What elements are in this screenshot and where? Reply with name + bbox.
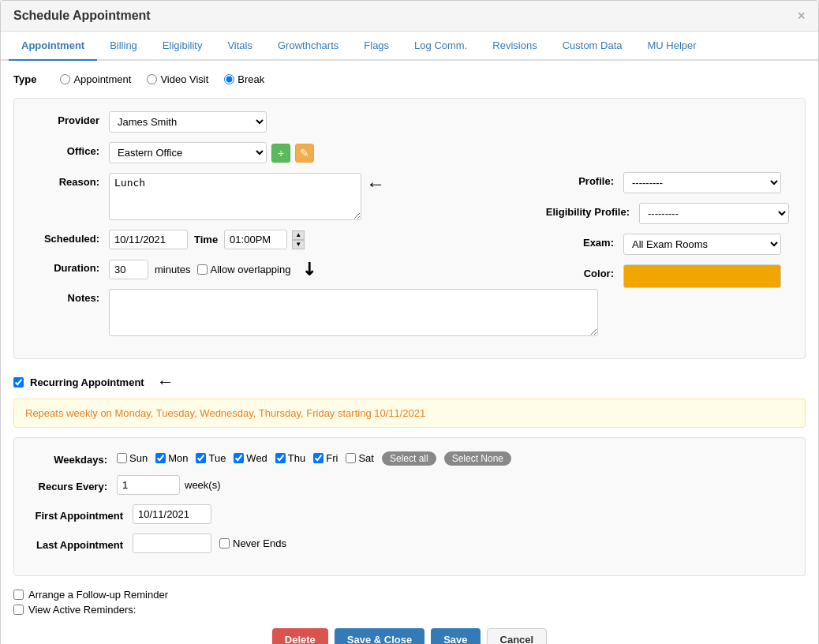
weekday-tue-checkbox[interactable] xyxy=(196,453,206,463)
scheduled-date-input[interactable] xyxy=(109,230,188,249)
type-video-visit-label: Video Visit xyxy=(160,73,208,85)
scheduled-label: Scheduled: xyxy=(30,230,109,245)
tab-flags[interactable]: Flags xyxy=(351,32,402,61)
add-office-button[interactable]: + xyxy=(271,144,290,163)
duration-input[interactable] xyxy=(109,260,148,279)
provider-label: Provider xyxy=(30,111,109,126)
never-ends-checkbox[interactable] xyxy=(219,538,230,549)
exam-row: Exam: All Exam Rooms xyxy=(537,234,789,255)
active-reminders-option[interactable]: View Active Reminders: xyxy=(13,604,806,616)
recurring-header: Recurring Appointment ← xyxy=(13,372,806,392)
provider-field-group: James Smith xyxy=(109,111,267,133)
save-close-button[interactable]: Save & Close xyxy=(335,628,424,644)
cancel-button[interactable]: Cancel xyxy=(487,628,548,644)
type-appointment-option[interactable]: Appointment xyxy=(60,73,131,85)
tab-log-comm[interactable]: Log Comm. xyxy=(402,32,480,61)
notes-label: Notes: xyxy=(30,289,109,304)
recurs-every-input[interactable] xyxy=(117,475,180,495)
tab-billing[interactable]: Billing xyxy=(97,32,150,61)
reason-arrow-icon: ← xyxy=(366,173,385,195)
eligibility-profile-row: Eligibility Profile: --------- xyxy=(537,203,789,224)
weekday-sun[interactable]: Sun xyxy=(117,452,148,464)
time-down-button[interactable]: ▼ xyxy=(292,240,305,249)
weekday-sat[interactable]: Sat xyxy=(346,452,374,464)
weekday-sat-checkbox[interactable] xyxy=(346,453,356,463)
weekday-fri[interactable]: Fri xyxy=(313,452,338,464)
schedule-appointment-dialog: Schedule Appointment × Appointment Billi… xyxy=(0,0,819,644)
close-button[interactable]: × xyxy=(797,9,806,23)
recurring-info-text: Repeats weekly on Monday, Tuesday, Wedne… xyxy=(13,399,806,428)
profile-select[interactable]: --------- xyxy=(623,172,781,193)
weekday-fri-checkbox[interactable] xyxy=(313,453,323,463)
time-label: Time xyxy=(194,234,218,245)
follow-up-checkbox[interactable] xyxy=(13,590,24,600)
never-ends-label: Never Ends xyxy=(233,537,286,549)
active-reminders-checkbox[interactable] xyxy=(13,605,24,615)
weekday-mon[interactable]: Mon xyxy=(155,452,188,464)
tab-vitals[interactable]: Vitals xyxy=(215,32,265,61)
eligibility-profile-select[interactable]: --------- xyxy=(639,203,789,224)
main-form-section: Provider James Smith Office: Eastern O xyxy=(13,98,806,359)
duration-field-group: minutes Allow overlapping ↙ xyxy=(109,259,316,279)
dialog-header: Schedule Appointment × xyxy=(1,1,818,32)
exam-select[interactable]: All Exam Rooms xyxy=(623,234,781,255)
type-appointment-radio[interactable] xyxy=(60,74,70,84)
type-label: Type xyxy=(13,73,36,85)
reason-textarea[interactable]: Lunch xyxy=(109,173,361,220)
weekday-wed-label: Wed xyxy=(246,452,267,464)
recurring-checkbox[interactable] xyxy=(13,377,24,388)
type-break-radio[interactable] xyxy=(224,74,234,84)
allow-overlapping-option[interactable]: Allow overlapping xyxy=(197,264,291,275)
office-label: Office: xyxy=(30,142,109,157)
follow-up-option[interactable]: Arrange a Follow-up Reminder xyxy=(13,589,806,601)
weekday-fri-label: Fri xyxy=(326,452,338,464)
dialog-body: Type Appointment Video Visit Break xyxy=(1,61,818,644)
delete-button[interactable]: Delete xyxy=(272,628,328,644)
weekday-mon-checkbox[interactable] xyxy=(155,453,166,463)
weekday-wed-checkbox[interactable] xyxy=(234,453,244,463)
reason-field-group: Lunch ← xyxy=(109,173,385,220)
color-picker[interactable] xyxy=(623,264,781,288)
active-reminders-label: View Active Reminders: xyxy=(28,604,136,616)
weekday-mon-label: Mon xyxy=(168,452,188,464)
recurs-every-label: Recurs Every: xyxy=(30,477,117,492)
allow-overlapping-checkbox[interactable] xyxy=(197,264,208,275)
time-up-button[interactable]: ▲ xyxy=(292,230,305,240)
weekday-thu-checkbox[interactable] xyxy=(275,453,286,463)
exam-label: Exam: xyxy=(537,234,623,249)
time-stepper[interactable]: ▲ ▼ xyxy=(292,230,305,249)
tab-mu-helper[interactable]: MU Helper xyxy=(635,32,709,61)
office-field-group: Eastern Office + ✎ xyxy=(109,142,314,163)
select-all-button[interactable]: Select all xyxy=(382,451,436,466)
type-appointment-label: Appointment xyxy=(73,73,131,85)
weekday-sun-checkbox[interactable] xyxy=(117,453,127,463)
allow-overlapping-label: Allow overlapping xyxy=(211,264,291,275)
recurring-section: Recurring Appointment ← Repeats weekly o… xyxy=(13,372,806,576)
weekdays-row: Weekdays: Sun Mon Tue xyxy=(30,451,789,466)
type-row: Type Appointment Video Visit Break xyxy=(13,73,806,85)
weekday-sat-label: Sat xyxy=(358,452,374,464)
tab-revisions[interactable]: Revisions xyxy=(480,32,549,61)
type-break-option[interactable]: Break xyxy=(224,73,264,85)
tab-appointment[interactable]: Appointment xyxy=(9,32,97,61)
select-none-button[interactable]: Select None xyxy=(444,451,511,466)
weekday-tue[interactable]: Tue xyxy=(196,452,226,464)
right-fields: Profile: --------- Eligibility Profile: … xyxy=(537,172,789,298)
never-ends-option[interactable]: Never Ends xyxy=(219,537,286,549)
last-appointment-input[interactable] xyxy=(133,534,211,553)
provider-select[interactable]: James Smith xyxy=(109,111,267,133)
time-input[interactable] xyxy=(224,230,287,249)
tab-growthcharts[interactable]: Growthcharts xyxy=(265,32,351,61)
type-video-visit-radio[interactable] xyxy=(147,74,157,84)
tab-eligibility[interactable]: Eligibility xyxy=(150,32,215,61)
recurring-label: Recurring Appointment xyxy=(30,376,144,388)
office-select[interactable]: Eastern Office xyxy=(109,142,267,163)
weekday-thu[interactable]: Thu xyxy=(275,452,305,464)
weekday-wed[interactable]: Wed xyxy=(234,452,267,464)
first-appointment-input[interactable] xyxy=(133,504,211,524)
save-button[interactable]: Save xyxy=(431,628,480,644)
edit-office-button[interactable]: ✎ xyxy=(295,144,314,163)
recurring-arrow-icon: ← xyxy=(157,372,174,392)
tab-custom-data[interactable]: Custom Data xyxy=(550,32,635,61)
type-video-visit-option[interactable]: Video Visit xyxy=(147,73,208,85)
